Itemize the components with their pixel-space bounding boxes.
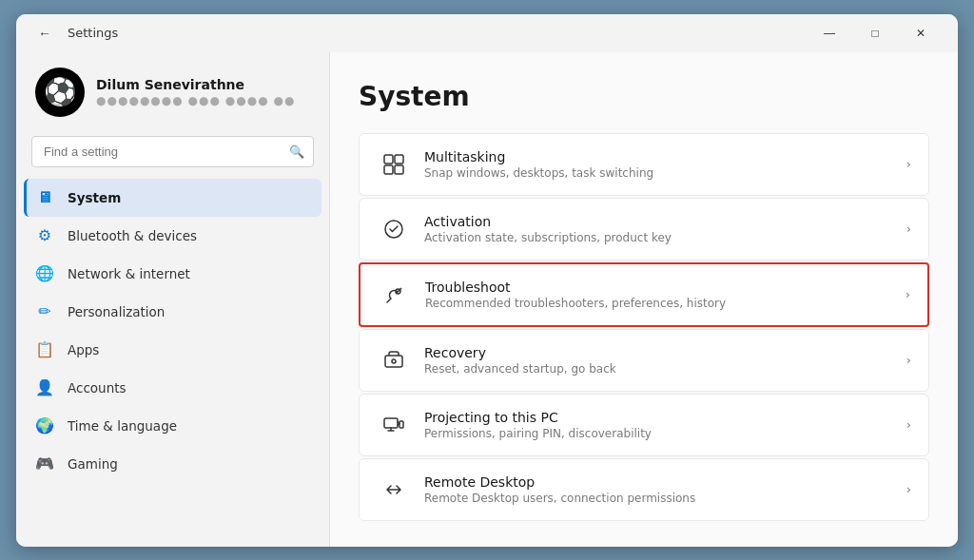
projecting-icon — [377, 408, 411, 442]
sidebar-item-network[interactable]: 🌐 Network & internet — [24, 255, 321, 293]
sidebar: ⚽ Dilum Senevirathne ●●●●●●●● ●●● ●●●● ●… — [16, 52, 330, 547]
troubleshoot-text: Troubleshoot Recommended troubleshooters… — [425, 280, 906, 310]
avatar: ⚽ — [35, 68, 85, 117]
svg-rect-2 — [384, 165, 393, 174]
nav-list: 🖥 System ⚙ Bluetooth & devices 🌐 Network… — [16, 179, 329, 483]
activation-text: Activation Activation state, subscriptio… — [424, 214, 906, 244]
svg-rect-8 — [384, 418, 398, 428]
remote-desktop-desc: Remote Desktop users, connection permiss… — [424, 492, 906, 505]
svg-rect-1 — [395, 155, 403, 164]
sidebar-item-apps[interactable]: 📋 Apps — [24, 331, 321, 369]
recovery-name: Recovery — [424, 345, 906, 360]
sidebar-item-accounts[interactable]: 👤 Accounts — [24, 369, 321, 407]
troubleshoot-chevron: › — [906, 287, 910, 301]
page-title: System — [359, 81, 929, 112]
recovery-icon — [377, 343, 411, 377]
troubleshoot-icon — [378, 278, 412, 312]
recovery-text: Recovery Reset, advanced startup, go bac… — [424, 345, 906, 376]
main-content: System Multitasking Snap windo — [330, 52, 958, 547]
svg-rect-6 — [385, 356, 402, 367]
back-button[interactable]: ← — [31, 20, 58, 47]
remote-desktop-name: Remote Desktop — [424, 474, 906, 490]
network-icon: 🌐 — [35, 264, 54, 283]
user-email: ●●●●●●●● ●●● ●●●● ●● — [96, 94, 295, 107]
remote-desktop-text: Remote Desktop Remote Desktop users, con… — [424, 474, 906, 505]
sidebar-item-personalization[interactable]: ✏ Personalization — [24, 293, 321, 331]
gaming-icon: 🎮 — [35, 454, 54, 473]
system-icon: 🖥 — [35, 188, 54, 207]
projecting-text: Projecting to this PC Permissions, pairi… — [424, 410, 906, 440]
projecting-chevron: › — [906, 417, 911, 432]
user-info: Dilum Senevirathne ●●●●●●●● ●●● ●●●● ●● — [96, 77, 295, 107]
content-area: ⚽ Dilum Senevirathne ●●●●●●●● ●●● ●●●● ●… — [16, 52, 958, 547]
projecting-name: Projecting to this PC — [424, 410, 906, 425]
sidebar-item-system-label: System — [68, 190, 121, 205]
apps-icon: 📋 — [35, 340, 54, 359]
sidebar-item-apps-label: Apps — [68, 342, 99, 357]
sidebar-item-personalization-label: Personalization — [68, 304, 165, 319]
time-icon: 🌍 — [35, 416, 54, 435]
setting-multitasking[interactable]: Multitasking Snap windows, desktops, tas… — [359, 133, 929, 196]
setting-troubleshoot[interactable]: Troubleshoot Recommended troubleshooters… — [359, 262, 929, 327]
sidebar-item-network-label: Network & internet — [68, 266, 190, 281]
recovery-desc: Reset, advanced startup, go back — [424, 362, 906, 376]
svg-point-7 — [392, 359, 396, 363]
projecting-desc: Permissions, pairing PIN, discoverabilit… — [424, 427, 906, 440]
multitasking-icon — [377, 147, 411, 182]
bluetooth-icon: ⚙ — [35, 226, 54, 245]
svg-rect-3 — [395, 165, 403, 174]
activation-desc: Activation state, subscriptions, product… — [424, 231, 906, 244]
setting-recovery[interactable]: Recovery Reset, advanced startup, go bac… — [359, 329, 929, 392]
multitasking-name: Multitasking — [424, 149, 906, 164]
search-input[interactable] — [31, 136, 314, 167]
multitasking-chevron: › — [906, 157, 911, 171]
remote-desktop-icon — [377, 473, 411, 507]
sidebar-item-gaming-label: Gaming — [68, 456, 118, 472]
sidebar-item-time-label: Time & language — [68, 418, 177, 434]
title-bar-left: ← Settings — [31, 20, 808, 47]
sidebar-item-bluetooth-label: Bluetooth & devices — [68, 228, 197, 243]
minimize-button[interactable]: — — [808, 18, 851, 48]
svg-rect-0 — [384, 155, 393, 164]
activation-chevron: › — [906, 222, 911, 236]
sidebar-item-gaming[interactable]: 🎮 Gaming — [24, 445, 321, 483]
sidebar-item-accounts-label: Accounts — [68, 380, 127, 396]
setting-remote-desktop[interactable]: Remote Desktop Remote Desktop users, con… — [359, 458, 929, 521]
multitasking-text: Multitasking Snap windows, desktops, tas… — [424, 149, 906, 180]
settings-list: Multitasking Snap windows, desktops, tas… — [359, 133, 929, 521]
maximize-button[interactable]: □ — [853, 18, 897, 48]
setting-projecting[interactable]: Projecting to this PC Permissions, pairi… — [359, 394, 929, 456]
user-name: Dilum Senevirathne — [96, 77, 295, 92]
title-bar: ← Settings — □ ✕ — [16, 14, 958, 52]
multitasking-desc: Snap windows, desktops, task switching — [424, 166, 906, 180]
recovery-chevron: › — [906, 353, 911, 367]
remote-desktop-chevron: › — [906, 482, 911, 496]
sidebar-item-bluetooth[interactable]: ⚙ Bluetooth & devices — [24, 217, 321, 255]
personalization-icon: ✏ — [35, 302, 54, 321]
activation-icon — [377, 212, 411, 246]
svg-rect-9 — [399, 421, 403, 428]
accounts-icon: 👤 — [35, 378, 54, 397]
window-title: Settings — [68, 26, 118, 40]
troubleshoot-name: Troubleshoot — [425, 280, 906, 295]
sidebar-item-time[interactable]: 🌍 Time & language — [24, 407, 321, 445]
window-controls: — □ ✕ — [808, 18, 943, 48]
troubleshoot-desc: Recommended troubleshooters, preferences… — [425, 297, 906, 310]
search-icon: 🔍 — [289, 145, 304, 159]
search-box: 🔍 — [31, 136, 314, 167]
sidebar-item-system[interactable]: 🖥 System — [24, 179, 321, 217]
setting-activation[interactable]: Activation Activation state, subscriptio… — [359, 198, 929, 261]
activation-name: Activation — [424, 214, 906, 229]
close-button[interactable]: ✕ — [899, 18, 943, 48]
settings-window: ← Settings — □ ✕ ⚽ Dilum Senevirathne ●●… — [16, 14, 958, 547]
user-section: ⚽ Dilum Senevirathne ●●●●●●●● ●●● ●●●● ●… — [16, 52, 329, 136]
